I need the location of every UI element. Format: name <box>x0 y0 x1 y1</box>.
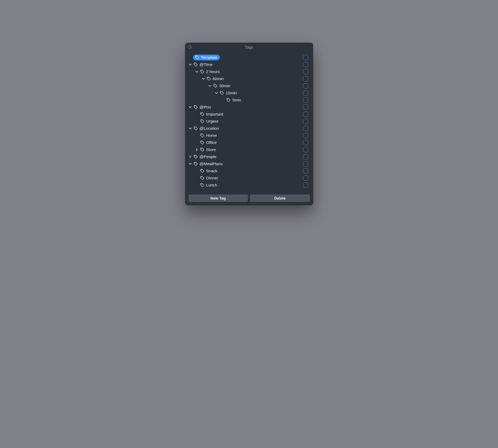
tag-checkbox[interactable] <box>303 183 308 188</box>
svg-point-12 <box>201 142 202 142</box>
tag-icon <box>200 119 204 123</box>
tag-icon <box>200 140 204 145</box>
tag-item[interactable]: Dinner <box>200 176 218 180</box>
tag-row-15min[interactable]: 15min <box>187 89 308 96</box>
tag-row-store[interactable]: Store <box>187 146 308 153</box>
tag-label: Urgent <box>206 119 219 124</box>
tag-checkbox[interactable] <box>303 62 308 67</box>
tag-label: Snack <box>206 169 218 173</box>
tag-label: 60min <box>213 76 224 81</box>
tag-checkbox[interactable] <box>303 112 308 117</box>
close-button[interactable] <box>188 45 192 49</box>
tag-checkbox[interactable] <box>303 90 308 96</box>
new-tag-button[interactable]: New Tag <box>188 195 248 202</box>
tag-row-important[interactable]: Important <box>187 111 308 118</box>
tag-row-dinner[interactable]: Dinner <box>187 174 308 181</box>
svg-point-3 <box>208 78 208 78</box>
tag-row-30min[interactable]: 30min <box>187 82 308 89</box>
tag-checkbox[interactable] <box>303 97 308 103</box>
chevron-down-icon[interactable] <box>194 69 200 75</box>
chevron-down-icon[interactable] <box>187 62 193 67</box>
tag-label: Dinner <box>206 176 218 180</box>
tag-label: @Prio <box>200 105 211 110</box>
svg-point-14 <box>194 156 195 156</box>
tag-row-snack[interactable]: Snack <box>187 167 308 174</box>
svg-point-13 <box>201 149 202 149</box>
tag-item[interactable]: 5min <box>226 98 241 102</box>
tag-icon <box>200 183 204 187</box>
disclosure-spacer <box>220 97 226 103</box>
chevron-right-icon[interactable] <box>187 154 193 160</box>
tag-checkbox[interactable] <box>303 140 308 145</box>
tag-row-home[interactable]: Home <box>187 132 308 139</box>
tag-checkbox[interactable] <box>303 133 308 138</box>
svg-point-8 <box>201 113 202 114</box>
chevron-down-icon[interactable] <box>214 90 219 96</box>
tag-checkbox[interactable] <box>303 126 308 131</box>
tag-row-time[interactable]: @Time <box>187 61 308 68</box>
tag-item[interactable]: 15min <box>219 91 237 95</box>
svg-point-17 <box>201 177 202 178</box>
tag-item[interactable]: 2 hours <box>200 69 220 74</box>
tag-item[interactable]: Snack <box>200 169 218 173</box>
tag-item[interactable]: @Prio <box>193 105 211 110</box>
chevron-down-icon[interactable] <box>207 83 213 89</box>
chevron-down-icon[interactable] <box>187 104 193 110</box>
tag-row-mealplans[interactable]: @MealPlans <box>187 160 308 167</box>
tag-item[interactable]: @Location <box>193 126 219 131</box>
tag-item[interactable]: @Time <box>193 62 213 67</box>
tag-row-prio[interactable]: @Prio <box>187 103 308 111</box>
chevron-down-icon[interactable] <box>200 76 206 82</box>
tag-item[interactable]: Store <box>200 147 216 152</box>
tag-row-60min[interactable]: 60min <box>187 75 308 82</box>
tag-icon <box>193 162 198 166</box>
tag-checkbox[interactable] <box>303 161 308 166</box>
disclosure-spacer <box>194 175 200 181</box>
tag-checkbox[interactable] <box>303 105 308 110</box>
svg-point-15 <box>194 163 195 163</box>
tag-row-template[interactable]: Template <box>187 54 308 61</box>
tag-label: Home <box>206 133 217 138</box>
tag-item[interactable]: Office <box>200 140 217 145</box>
disclosure-spacer <box>194 133 200 138</box>
tag-checkbox[interactable] <box>303 83 308 88</box>
disclosure-spacer <box>187 55 193 60</box>
chevron-right-icon[interactable] <box>194 147 200 153</box>
tag-icon <box>206 76 211 81</box>
tag-tree: Template@Time2 hours60min30min15min5min@… <box>185 51 313 192</box>
tag-checkbox[interactable] <box>303 175 308 181</box>
tag-label: @MealPlans <box>200 162 223 166</box>
tag-item[interactable]: @MealPlans <box>193 162 223 166</box>
chevron-down-icon[interactable] <box>187 126 193 131</box>
disclosure-spacer <box>194 168 200 174</box>
tag-row-location[interactable]: @Location <box>187 125 308 132</box>
delete-button[interactable]: Delete <box>250 195 310 202</box>
tag-label: 5min <box>232 98 241 102</box>
tag-item[interactable]: 60min <box>206 76 224 81</box>
tag-checkbox[interactable] <box>303 76 308 81</box>
tag-label: @Time <box>200 62 213 67</box>
svg-point-10 <box>194 127 195 128</box>
tag-row-office[interactable]: Office <box>187 139 308 146</box>
tag-checkbox[interactable] <box>303 168 308 174</box>
tag-row-lunch[interactable]: Lunch <box>187 181 308 189</box>
tag-item[interactable]: Important <box>200 112 223 117</box>
tag-row-people[interactable]: @People <box>187 153 308 160</box>
tag-checkbox[interactable] <box>303 147 308 152</box>
tag-item[interactable]: Template <box>193 55 220 60</box>
svg-point-18 <box>201 184 202 185</box>
tag-item[interactable]: 30min <box>213 84 230 88</box>
tag-checkbox[interactable] <box>303 55 308 60</box>
tag-item[interactable]: Home <box>200 133 217 138</box>
tag-row-urgent[interactable]: Urgent <box>187 118 308 125</box>
tag-checkbox[interactable] <box>303 69 308 74</box>
tag-row-5min[interactable]: 5min <box>187 96 308 103</box>
tag-row-2hours[interactable]: 2 hours <box>187 68 308 75</box>
tag-item[interactable]: Lunch <box>200 183 217 187</box>
tag-item[interactable]: @People <box>193 154 216 159</box>
chevron-down-icon[interactable] <box>187 161 193 167</box>
tag-icon <box>200 133 204 138</box>
tag-item[interactable]: Urgent <box>200 119 219 124</box>
tag-checkbox[interactable] <box>303 154 308 159</box>
tag-checkbox[interactable] <box>303 119 308 124</box>
